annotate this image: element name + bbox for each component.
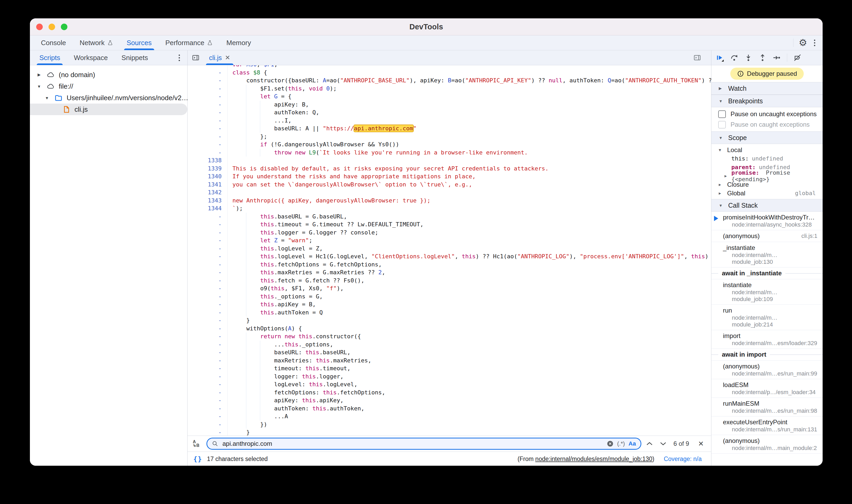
section-call-stack[interactable]: ▼ Call Stack (711, 199, 823, 212)
line-gutter[interactable]: - (188, 373, 228, 381)
tree-item--no-domain-[interactable]: ▶(no domain) (30, 69, 187, 80)
code-line[interactable]: - } (188, 317, 711, 325)
code-line[interactable]: - timeout: this.timeout, (188, 364, 711, 373)
step-out-button[interactable] (759, 54, 766, 61)
resume-script-button[interactable] (716, 54, 724, 61)
line-gutter[interactable]: 1338 (188, 157, 228, 165)
line-gutter[interactable]: - (188, 301, 228, 309)
stack-frame[interactable]: _instantiatenode:internal/m…module_job:1… (711, 242, 823, 268)
tree-item-cli-js[interactable]: cli.js (30, 104, 187, 115)
line-gutter[interactable]: - (188, 65, 228, 69)
line-gutter[interactable]: - (188, 109, 228, 117)
line-gutter[interactable]: - (188, 364, 228, 373)
line-gutter[interactable]: - (188, 149, 228, 157)
next-match-icon[interactable] (660, 441, 667, 446)
line-gutter[interactable]: - (188, 236, 228, 245)
line-gutter[interactable]: - (188, 213, 228, 221)
line-gutter[interactable]: - (188, 133, 228, 141)
stack-frame[interactable]: instantiatenode:internal/m…module_job:10… (711, 279, 823, 305)
line-gutter[interactable]: - (188, 420, 228, 429)
stack-frame[interactable]: importnode:internal/m…esm/loader:329 (711, 330, 823, 349)
line-gutter[interactable]: - (188, 269, 228, 277)
section-scope[interactable]: ▼ Scope (711, 131, 823, 144)
coverage-link[interactable]: Coverage: n/a (664, 455, 702, 463)
toggle-debugger-panel-icon[interactable] (689, 54, 705, 61)
code-line[interactable]: - fetchOptions: this.fetchOptions, (188, 389, 711, 397)
stack-frame[interactable]: (anonymous)node:internal/m…es/run_main:9… (711, 361, 823, 379)
code-line[interactable]: - apiKey: this.apiKey, (188, 396, 711, 404)
line-gutter[interactable]: 1343 (188, 197, 228, 205)
code-line[interactable]: - authToken: this.authToken, (188, 404, 711, 413)
line-gutter[interactable]: - (188, 76, 228, 85)
line-gutter[interactable]: 1341 (188, 181, 228, 189)
stack-frame[interactable]: (anonymous)cli.js:1 (711, 230, 823, 242)
line-gutter[interactable]: - (188, 404, 228, 413)
line-gutter[interactable]: - (188, 348, 228, 357)
tab-sources[interactable]: Sources (120, 35, 158, 50)
line-gutter[interactable]: - (188, 389, 228, 397)
line-gutter[interactable]: 1342 (188, 188, 228, 197)
code-line[interactable]: - if (!G.dangerouslyAllowBrowser && Ys0(… (188, 141, 711, 149)
code-line[interactable]: - ...A (188, 413, 711, 420)
code-line[interactable]: - this.authToken = Q (188, 309, 711, 317)
code-line[interactable]: - }; (188, 133, 711, 141)
deactivate-breakpoints-button[interactable] (794, 54, 801, 61)
code-line[interactable]: - baseURL: A || "https://api.anthropic.c… (188, 125, 711, 133)
tree-item-file-[interactable]: ▼file:// (30, 80, 187, 92)
code-line[interactable]: - $F1.set(this, void 0); (188, 85, 711, 93)
code-line[interactable]: -class $8 { (188, 69, 711, 77)
tab-performance[interactable]: Performance (158, 35, 219, 50)
line-gutter[interactable]: - (188, 396, 228, 404)
line-gutter[interactable]: - (188, 125, 228, 133)
line-gutter[interactable]: - (188, 285, 228, 293)
stack-frame[interactable]: promiseInitHookWithDestroyTr…node:intern… (711, 212, 823, 230)
code-line[interactable]: -var Xs0, $F1; (188, 65, 711, 69)
scope-var-promise[interactable]: ▶ promise: Promise {<pending>} (711, 172, 823, 180)
code-line[interactable]: - throw new L9(`It looks like you're run… (188, 149, 711, 157)
step-button[interactable] (773, 54, 781, 61)
more-options-icon[interactable] (812, 38, 817, 48)
line-gutter[interactable]: - (188, 69, 228, 77)
scope-global-row[interactable]: ▶ Global global (711, 189, 823, 197)
search-input[interactable] (222, 440, 603, 448)
pause-caught-checkbox[interactable] (718, 121, 726, 128)
line-gutter[interactable]: - (188, 332, 228, 341)
line-gutter[interactable]: - (188, 229, 228, 237)
line-gutter[interactable]: 1339 (188, 165, 228, 173)
line-gutter[interactable]: - (188, 317, 228, 325)
scope-var-this[interactable]: this: undefined (711, 154, 823, 163)
step-into-button[interactable] (744, 54, 752, 61)
line-gutter[interactable]: - (188, 93, 228, 101)
code-line[interactable]: - this.logLevel = Hc1(G.logLevel, "Clien… (188, 253, 711, 260)
code-line[interactable]: - this.maxRetries = G.maxRetries ?? 2, (188, 269, 711, 277)
sidebar-tab-snippets[interactable]: Snippets (114, 50, 155, 65)
code-line[interactable]: - this.fetch = G.fetch ?? Fs0(), (188, 277, 711, 285)
line-gutter[interactable]: - (188, 253, 228, 260)
code-line[interactable]: - this.apiKey = B, (188, 301, 711, 309)
clear-search-icon[interactable] (607, 440, 614, 447)
code-line[interactable]: - baseURL: this.baseURL, (188, 348, 711, 357)
pause-uncaught-checkbox[interactable] (718, 110, 726, 118)
code-line[interactable]: - let G = { (188, 93, 711, 101)
stack-frame[interactable]: runMainESMnode:internal/m…es/run_main:98 (711, 398, 823, 416)
code-line[interactable]: - apiKey: B, (188, 101, 711, 109)
tab-network[interactable]: Network (73, 35, 120, 50)
code-line[interactable]: 1339This is disabled by default, as it r… (188, 165, 711, 173)
line-gutter[interactable]: - (188, 85, 228, 93)
line-gutter[interactable]: - (188, 260, 228, 269)
code-line[interactable]: - logLevel: this.logLevel, (188, 380, 711, 389)
settings-gear-icon[interactable]: ⚙ (799, 38, 807, 48)
code-line[interactable]: - this.logLevel = Z, (188, 245, 711, 253)
tab-memory[interactable]: Memory (219, 35, 258, 50)
pause-uncaught-row[interactable]: Pause on uncaught exceptions (711, 109, 823, 119)
code-line[interactable]: - this.timeout = G.timeout ?? Lw.DEFAULT… (188, 220, 711, 229)
code-line[interactable]: - constructor({baseURL: A=ao("ANTHROPIC_… (188, 76, 711, 85)
line-gutter[interactable]: - (188, 277, 228, 285)
close-tab-icon[interactable]: ✕ (225, 54, 230, 61)
code-line[interactable]: 1340If you understand the risks and have… (188, 173, 711, 181)
code-line[interactable]: - let Z = "warn"; (188, 236, 711, 245)
line-gutter[interactable]: 1340 (188, 173, 228, 181)
line-gutter[interactable]: - (188, 357, 228, 365)
code-line[interactable]: - withOptions(A) { (188, 325, 711, 333)
sidebar-tab-workspace[interactable]: Workspace (67, 50, 114, 65)
